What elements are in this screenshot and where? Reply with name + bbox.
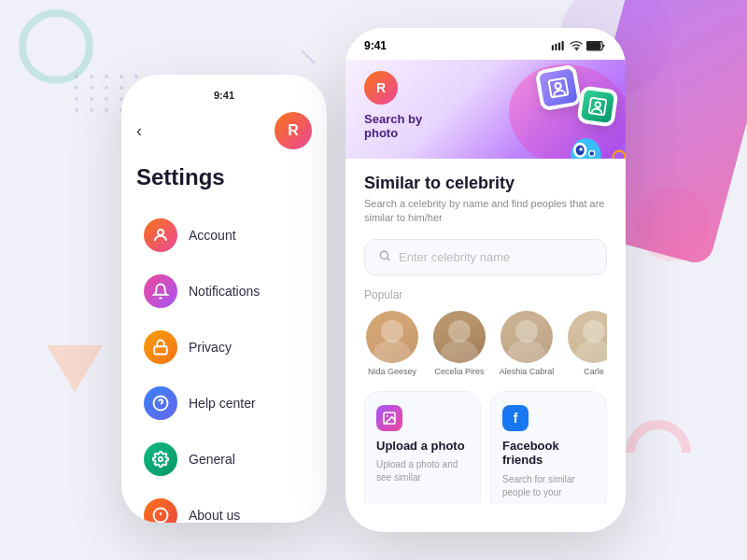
settings-item-account[interactable]: Account bbox=[136, 209, 312, 261]
search-input-box[interactable]: Enter celebrity name bbox=[364, 239, 607, 275]
svg-point-18 bbox=[595, 102, 600, 107]
svg-rect-9 bbox=[555, 44, 557, 50]
account-label: Account bbox=[189, 228, 236, 243]
person-avatar-nida bbox=[366, 311, 418, 363]
search-placeholder: Enter celebrity name bbox=[399, 250, 510, 264]
monster-character bbox=[565, 130, 607, 159]
person-nida[interactable]: Nida Geesey bbox=[364, 311, 420, 376]
about-icon bbox=[144, 498, 177, 523]
svg-point-28 bbox=[613, 151, 626, 159]
status-bar-right: 9:41 bbox=[345, 28, 626, 60]
person-name-aleshia: Aleshia Cabral bbox=[500, 367, 555, 376]
upload-card-title: Upload a photo bbox=[376, 439, 469, 454]
magnifier-icon bbox=[610, 147, 626, 159]
hero-section: R Search by photo bbox=[345, 60, 626, 159]
phone-search: 9:41 R Search by photo bbox=[345, 28, 626, 532]
photo-card-2-inner bbox=[581, 90, 614, 123]
content-area: Similar to celebrity Search a celebrity … bbox=[345, 159, 626, 504]
photo-card-1 bbox=[535, 64, 583, 112]
privacy-icon bbox=[144, 330, 177, 364]
svg-point-22 bbox=[579, 147, 583, 151]
svg-rect-10 bbox=[558, 42, 560, 50]
settings-list: Account Notifications Privacy bbox=[136, 209, 312, 523]
person-cecelia[interactable]: Cecelia Pires bbox=[431, 311, 487, 376]
privacy-label: Privacy bbox=[189, 340, 232, 355]
photo-card-1-inner bbox=[539, 68, 578, 107]
svg-rect-14 bbox=[587, 42, 600, 49]
settings-item-help[interactable]: Help center bbox=[136, 377, 312, 429]
person-name-cecelia: Cecelia Pires bbox=[434, 367, 484, 376]
section-desc: Search a celebrity by name and find peop… bbox=[364, 197, 607, 226]
person-name-carle: Carle bbox=[584, 367, 604, 376]
person-carle[interactable]: Carle bbox=[566, 311, 607, 376]
svg-point-16 bbox=[555, 83, 561, 90]
upload-card-desc: Upload a photo and see similar bbox=[376, 458, 469, 484]
phone-settings: 9:41 ‹ R Settings Account bbox=[121, 75, 327, 523]
phones-container: 9:41 ‹ R Settings Account bbox=[0, 0, 747, 560]
notifications-label: Notifications bbox=[189, 284, 260, 299]
top-row: ‹ R bbox=[136, 112, 312, 149]
facebook-icon: f bbox=[502, 405, 529, 431]
svg-point-30 bbox=[380, 251, 388, 259]
section-title: Similar to celebrity bbox=[364, 174, 607, 193]
status-icons bbox=[551, 41, 607, 51]
avatar-left[interactable]: R bbox=[275, 112, 312, 149]
facebook-card[interactable]: f Facebook friends Search for similar pe… bbox=[490, 391, 607, 504]
svg-line-31 bbox=[388, 258, 390, 260]
avatar-letter-left: R bbox=[288, 122, 299, 139]
facebook-card-title: Facebook friends bbox=[502, 439, 595, 468]
help-label: Help center bbox=[189, 396, 256, 411]
notifications-icon bbox=[144, 274, 177, 308]
search-icon bbox=[378, 249, 391, 265]
person-name-nida: Nida Geesey bbox=[368, 367, 416, 376]
svg-rect-8 bbox=[552, 45, 554, 50]
popular-label: Popular bbox=[364, 288, 607, 301]
svg-point-33 bbox=[387, 414, 388, 416]
svg-point-0 bbox=[158, 230, 163, 235]
svg-rect-1 bbox=[154, 346, 167, 354]
settings-item-about[interactable]: About us bbox=[136, 489, 312, 523]
person-avatar-cecelia bbox=[433, 311, 486, 363]
status-time-right: 9:41 bbox=[364, 39, 387, 52]
settings-title: Settings bbox=[136, 164, 312, 190]
svg-point-24 bbox=[590, 151, 595, 156]
cartoon-area bbox=[486, 60, 626, 159]
upload-card[interactable]: Upload a photo Upload a photo and see si… bbox=[364, 391, 481, 504]
person-avatar-aleshia bbox=[500, 311, 553, 363]
svg-rect-11 bbox=[562, 41, 564, 50]
about-label: About us bbox=[189, 508, 240, 523]
people-row: Nida Geesey Cecelia Pires bbox=[364, 311, 607, 376]
bottom-cards: Upload a photo Upload a photo and see si… bbox=[364, 391, 607, 504]
person-aleshia[interactable]: Aleshia Cabral bbox=[499, 311, 555, 376]
help-icon bbox=[144, 386, 177, 420]
settings-item-notifications[interactable]: Notifications bbox=[136, 265, 312, 317]
status-time-left: 9:41 bbox=[214, 90, 234, 101]
settings-item-general[interactable]: General bbox=[136, 433, 312, 485]
settings-item-privacy[interactable]: Privacy bbox=[136, 321, 312, 373]
account-icon bbox=[144, 218, 177, 252]
hero-avatar: R bbox=[364, 71, 398, 105]
general-icon bbox=[144, 442, 177, 476]
general-label: General bbox=[189, 452, 235, 467]
svg-point-12 bbox=[576, 49, 577, 50]
person-avatar-carle bbox=[568, 311, 607, 363]
status-bar-left: 9:41 bbox=[136, 90, 312, 101]
hero-avatar-letter: R bbox=[376, 80, 386, 95]
upload-icon bbox=[376, 405, 402, 431]
facebook-card-desc: Search for similar people to your bbox=[502, 473, 595, 499]
photo-card-2 bbox=[576, 85, 618, 127]
svg-point-4 bbox=[159, 457, 163, 462]
back-button[interactable]: ‹ bbox=[136, 121, 142, 141]
